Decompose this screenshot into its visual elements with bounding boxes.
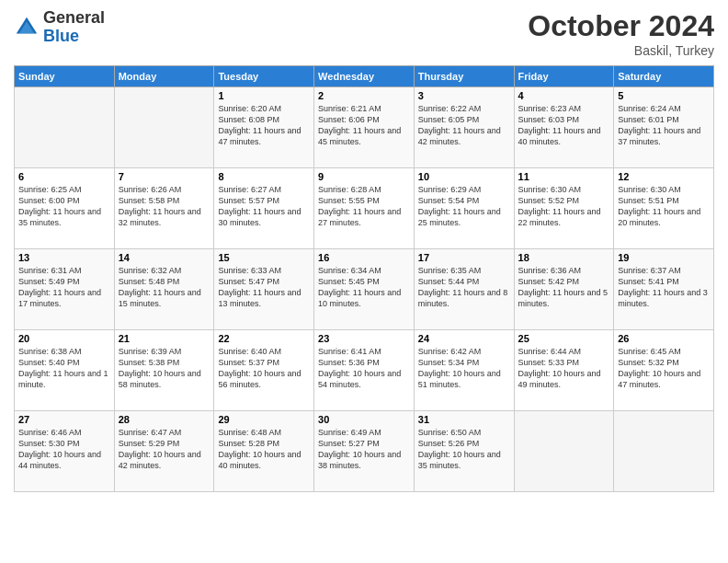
calendar-day-cell: 5Sunrise: 6:24 AM Sunset: 6:01 PM Daylig… (614, 87, 714, 168)
day-info: Sunrise: 6:42 AM Sunset: 5:34 PM Dayligh… (418, 346, 510, 391)
calendar-day-cell: 30Sunrise: 6:49 AM Sunset: 5:27 PM Dayli… (314, 411, 415, 492)
calendar-week-row: 6Sunrise: 6:25 AM Sunset: 6:00 PM Daylig… (15, 168, 714, 249)
day-number: 3 (418, 90, 510, 101)
day-number: 26 (618, 333, 710, 344)
day-number: 4 (518, 90, 610, 101)
calendar-day-cell: 17Sunrise: 6:35 AM Sunset: 5:44 PM Dayli… (414, 249, 514, 330)
day-info: Sunrise: 6:39 AM Sunset: 5:38 PM Dayligh… (119, 346, 210, 391)
day-info: Sunrise: 6:48 AM Sunset: 5:28 PM Dayligh… (218, 427, 310, 472)
day-number: 20 (18, 333, 110, 344)
calendar-day-cell: 4Sunrise: 6:23 AM Sunset: 6:03 PM Daylig… (514, 87, 614, 168)
day-of-week-header: Saturday (614, 66, 714, 87)
day-number: 29 (218, 414, 310, 425)
calendar-day-cell: 9Sunrise: 6:28 AM Sunset: 5:55 PM Daylig… (314, 168, 415, 249)
day-number: 8 (218, 171, 310, 182)
calendar-day-cell: 11Sunrise: 6:30 AM Sunset: 5:52 PM Dayli… (514, 168, 614, 249)
calendar-empty-cell (114, 87, 214, 168)
day-number: 6 (18, 171, 110, 182)
day-number: 15 (218, 252, 310, 263)
day-info: Sunrise: 6:32 AM Sunset: 5:48 PM Dayligh… (119, 265, 210, 310)
day-info: Sunrise: 6:40 AM Sunset: 5:37 PM Dayligh… (218, 346, 310, 391)
day-of-week-header: Friday (514, 66, 614, 87)
day-number: 9 (318, 171, 410, 182)
calendar-day-cell: 25Sunrise: 6:44 AM Sunset: 5:33 PM Dayli… (514, 330, 614, 411)
day-of-week-header: Monday (114, 66, 214, 87)
calendar-empty-cell (15, 87, 115, 168)
calendar-day-cell: 28Sunrise: 6:47 AM Sunset: 5:29 PM Dayli… (114, 411, 214, 492)
day-number: 1 (218, 90, 310, 101)
day-info: Sunrise: 6:33 AM Sunset: 5:47 PM Dayligh… (218, 265, 310, 310)
day-number: 7 (119, 171, 210, 182)
calendar-day-cell: 3Sunrise: 6:22 AM Sunset: 6:05 PM Daylig… (414, 87, 514, 168)
calendar-week-row: 1Sunrise: 6:20 AM Sunset: 6:08 PM Daylig… (15, 87, 714, 168)
day-number: 18 (518, 252, 610, 263)
day-info: Sunrise: 6:22 AM Sunset: 6:05 PM Dayligh… (418, 103, 510, 148)
day-info: Sunrise: 6:45 AM Sunset: 5:32 PM Dayligh… (618, 346, 710, 391)
calendar-day-cell: 29Sunrise: 6:48 AM Sunset: 5:28 PM Dayli… (214, 411, 314, 492)
calendar-day-cell: 27Sunrise: 6:46 AM Sunset: 5:30 PM Dayli… (15, 411, 115, 492)
calendar-day-cell: 2Sunrise: 6:21 AM Sunset: 6:06 PM Daylig… (314, 87, 415, 168)
day-info: Sunrise: 6:26 AM Sunset: 5:58 PM Dayligh… (119, 184, 210, 229)
calendar-day-cell: 19Sunrise: 6:37 AM Sunset: 5:41 PM Dayli… (614, 249, 714, 330)
day-number: 17 (418, 252, 510, 263)
day-number: 10 (418, 171, 510, 182)
calendar-day-cell: 18Sunrise: 6:36 AM Sunset: 5:42 PM Dayli… (514, 249, 614, 330)
day-info: Sunrise: 6:28 AM Sunset: 5:55 PM Dayligh… (318, 184, 410, 229)
day-number: 28 (119, 414, 210, 425)
day-number: 2 (318, 90, 410, 101)
day-info: Sunrise: 6:50 AM Sunset: 5:26 PM Dayligh… (418, 427, 510, 472)
day-of-week-header: Wednesday (314, 66, 415, 87)
logo-icon (14, 15, 40, 40)
calendar-day-cell: 1Sunrise: 6:20 AM Sunset: 6:08 PM Daylig… (214, 87, 314, 168)
day-number: 11 (518, 171, 610, 182)
day-info: Sunrise: 6:35 AM Sunset: 5:44 PM Dayligh… (418, 265, 510, 310)
calendar-day-cell: 12Sunrise: 6:30 AM Sunset: 5:51 PM Dayli… (614, 168, 714, 249)
day-info: Sunrise: 6:29 AM Sunset: 5:54 PM Dayligh… (418, 184, 510, 229)
day-number: 14 (119, 252, 210, 263)
day-info: Sunrise: 6:25 AM Sunset: 6:00 PM Dayligh… (18, 184, 110, 229)
day-number: 22 (218, 333, 310, 344)
month-title: October 2024 (528, 9, 714, 43)
day-info: Sunrise: 6:21 AM Sunset: 6:06 PM Dayligh… (318, 103, 410, 148)
day-of-week-header: Sunday (15, 66, 115, 87)
day-number: 31 (418, 414, 510, 425)
calendar-header-row: SundayMondayTuesdayWednesdayThursdayFrid… (15, 66, 714, 87)
day-info: Sunrise: 6:24 AM Sunset: 6:01 PM Dayligh… (618, 103, 710, 148)
day-info: Sunrise: 6:34 AM Sunset: 5:45 PM Dayligh… (318, 265, 410, 310)
calendar-day-cell: 20Sunrise: 6:38 AM Sunset: 5:40 PM Dayli… (15, 330, 115, 411)
calendar-day-cell: 16Sunrise: 6:34 AM Sunset: 5:45 PM Dayli… (314, 249, 415, 330)
day-number: 12 (618, 171, 710, 182)
day-info: Sunrise: 6:36 AM Sunset: 5:42 PM Dayligh… (518, 265, 610, 310)
day-info: Sunrise: 6:30 AM Sunset: 5:51 PM Dayligh… (618, 184, 710, 229)
calendar-week-row: 13Sunrise: 6:31 AM Sunset: 5:49 PM Dayli… (15, 249, 714, 330)
title-block: October 2024 Baskil, Turkey (528, 9, 714, 58)
calendar-empty-cell (614, 411, 714, 492)
calendar-day-cell: 10Sunrise: 6:29 AM Sunset: 5:54 PM Dayli… (414, 168, 514, 249)
day-info: Sunrise: 6:38 AM Sunset: 5:40 PM Dayligh… (18, 346, 110, 391)
day-number: 27 (18, 414, 110, 425)
calendar-day-cell: 7Sunrise: 6:26 AM Sunset: 5:58 PM Daylig… (114, 168, 214, 249)
day-info: Sunrise: 6:27 AM Sunset: 5:57 PM Dayligh… (218, 184, 310, 229)
day-of-week-header: Thursday (414, 66, 514, 87)
calendar-week-row: 27Sunrise: 6:46 AM Sunset: 5:30 PM Dayli… (15, 411, 714, 492)
calendar-day-cell: 24Sunrise: 6:42 AM Sunset: 5:34 PM Dayli… (414, 330, 514, 411)
day-number: 5 (618, 90, 710, 101)
day-info: Sunrise: 6:31 AM Sunset: 5:49 PM Dayligh… (18, 265, 110, 310)
day-number: 24 (418, 333, 510, 344)
calendar-day-cell: 31Sunrise: 6:50 AM Sunset: 5:26 PM Dayli… (414, 411, 514, 492)
calendar-week-row: 20Sunrise: 6:38 AM Sunset: 5:40 PM Dayli… (15, 330, 714, 411)
day-of-week-header: Tuesday (214, 66, 314, 87)
page-header: General Blue October 2024 Baskil, Turkey (14, 9, 714, 58)
day-number: 16 (318, 252, 410, 263)
day-info: Sunrise: 6:44 AM Sunset: 5:33 PM Dayligh… (518, 346, 610, 391)
logo: General Blue (14, 9, 105, 46)
calendar-day-cell: 13Sunrise: 6:31 AM Sunset: 5:49 PM Dayli… (15, 249, 115, 330)
calendar-day-cell: 14Sunrise: 6:32 AM Sunset: 5:48 PM Dayli… (114, 249, 214, 330)
day-info: Sunrise: 6:30 AM Sunset: 5:52 PM Dayligh… (518, 184, 610, 229)
calendar-table: SundayMondayTuesdayWednesdayThursdayFrid… (14, 65, 714, 492)
day-info: Sunrise: 6:37 AM Sunset: 5:41 PM Dayligh… (618, 265, 710, 310)
day-number: 30 (318, 414, 410, 425)
day-number: 19 (618, 252, 710, 263)
day-info: Sunrise: 6:46 AM Sunset: 5:30 PM Dayligh… (18, 427, 110, 472)
calendar-body: 1Sunrise: 6:20 AM Sunset: 6:08 PM Daylig… (15, 87, 714, 492)
